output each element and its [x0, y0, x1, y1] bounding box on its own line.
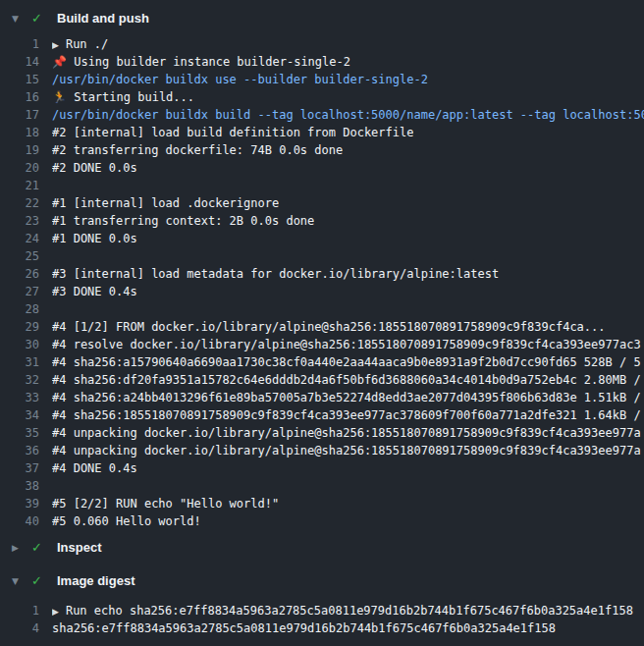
log-text-value: #3 DONE 0.4s: [52, 283, 137, 300]
log-text: ▶Run echo sha256:e7ff8834a5963a2785c5a08…: [52, 602, 633, 619]
log-text-value: #4 resolve docker.io/library/alpine@sha2…: [52, 336, 641, 353]
log-line: 23 #1 transferring context: 2B 0.0s done: [0, 212, 644, 230]
line-number[interactable]: 22: [0, 194, 39, 212]
log-line: 26 #3 [internal] load metadata for docke…: [0, 265, 644, 283]
line-number[interactable]: 18: [0, 124, 39, 141]
success-check-icon: ✓: [31, 539, 47, 557]
log-line: 19 #2 transferring dockerfile: 74B 0.0s …: [0, 141, 644, 159]
line-number[interactable]: 17: [0, 106, 39, 124]
log-text-value: #4 sha256:a24bb4013296f61e89ba57005a7b3e…: [52, 389, 641, 406]
line-number[interactable]: 36: [0, 442, 39, 459]
log-command-text: /usr/bin/docker buildx build --tag local…: [52, 106, 644, 124]
line-number[interactable]: 16: [0, 88, 39, 106]
log-line: 32 #4 sha256:df20fa9351a15782c64e6dddb2d…: [0, 371, 644, 389]
log-line: 31 #4 sha256:a15790640a6690aa1730c38cf0a…: [0, 353, 644, 371]
line-number[interactable]: 4: [0, 619, 39, 637]
log-text-value: #4 [1/2] FROM docker.io/library/alpine@s…: [52, 318, 606, 336]
line-number[interactable]: 28: [0, 300, 39, 318]
log-line: 29 #4 [1/2] FROM docker.io/library/alpin…: [0, 318, 644, 336]
line-number[interactable]: 31: [0, 353, 39, 371]
log-text-value: #2 [internal] load build definition from…: [52, 124, 413, 141]
actions-log-viewer: ▼ ✓ Build and push 1 ▶Run ./ 14 📌 Using …: [0, 0, 644, 646]
log-line: 37 #4 DONE 0.4s: [0, 459, 644, 477]
line-number[interactable]: 34: [0, 406, 39, 424]
log-lines-build-and-push: 1 ▶Run ./ 14 📌 Using builder instance bu…: [0, 35, 644, 530]
line-number[interactable]: 38: [0, 477, 39, 495]
log-text-value: 🏃 Starting build...: [52, 88, 194, 106]
log-text-value: #1 DONE 0.0s: [52, 230, 137, 247]
log-text-value: #1 transferring context: 2B 0.0s done: [52, 212, 314, 230]
line-number[interactable]: 1: [0, 602, 39, 619]
line-number[interactable]: 19: [0, 141, 39, 159]
log-line: 16 🏃 Starting build...: [0, 88, 644, 106]
line-number[interactable]: 33: [0, 389, 39, 406]
line-number[interactable]: 24: [0, 230, 39, 247]
log-line: 40 #5 0.060 Hello world!: [0, 512, 644, 530]
log-line: 38: [0, 477, 644, 495]
log-text-value: #4 unpacking docker.io/library/alpine@sh…: [52, 442, 641, 459]
log-line: 33 #4 sha256:a24bb4013296f61e89ba57005a7…: [0, 389, 644, 406]
line-number[interactable]: 15: [0, 71, 39, 88]
success-check-icon: ✓: [31, 572, 47, 590]
log-line: 22 #1 [internal] load .dockerignore: [0, 194, 644, 212]
log-text-value: #2 DONE 0.0s: [52, 159, 137, 177]
log-line: 27 #3 DONE 0.4s: [0, 283, 644, 300]
section-title: Build and push: [57, 10, 149, 27]
log-text-value: #5 [2/2] RUN echo "Hello world!": [52, 495, 279, 512]
log-command-text: /usr/bin/docker buildx use --builder bui…: [52, 71, 428, 88]
log-line: 34 #4 sha256:185518070891758909c9f839cf4…: [0, 406, 644, 424]
log-text-value: #4 sha256:a15790640a6690aa1730c38cf0a440…: [52, 353, 641, 371]
section-header-build-and-push[interactable]: ▼ ✓ Build and push: [0, 0, 644, 35]
line-number[interactable]: 20: [0, 159, 39, 177]
log-line: 1 ▶Run echo sha256:e7ff8834a5963a2785c5a…: [0, 602, 644, 619]
log-text-value: sha256:e7ff8834a5963a2785c5a0811e979d16b…: [52, 619, 556, 637]
line-number[interactable]: 26: [0, 265, 39, 283]
log-text-value: #2 transferring dockerfile: 74B 0.0s don…: [52, 141, 343, 159]
line-number[interactable]: 30: [0, 336, 39, 353]
success-check-icon: ✓: [31, 10, 47, 27]
log-line: 4 sha256:e7ff8834a5963a2785c5a0811e979d1…: [0, 619, 644, 637]
log-line: 17 /usr/bin/docker buildx build --tag lo…: [0, 106, 644, 124]
line-number[interactable]: 25: [0, 247, 39, 265]
log-line: 15 /usr/bin/docker buildx use --builder …: [0, 71, 644, 88]
line-number[interactable]: 29: [0, 318, 39, 336]
log-lines-image-digest: 1 ▶Run echo sha256:e7ff8834a5963a2785c5a…: [0, 602, 644, 637]
line-number[interactable]: 21: [0, 177, 39, 194]
line-number[interactable]: 39: [0, 495, 39, 512]
line-number[interactable]: 35: [0, 424, 39, 442]
section-title: Image digest: [57, 572, 134, 590]
line-number[interactable]: 1: [0, 35, 39, 53]
log-line: 25: [0, 247, 644, 265]
log-line: 21: [0, 177, 644, 194]
section-header-image-digest[interactable]: ▼ ✓ Image digest: [0, 563, 644, 596]
line-number[interactable]: 40: [0, 512, 39, 530]
line-number[interactable]: 32: [0, 371, 39, 389]
log-line: 18 #2 [internal] load build definition f…: [0, 124, 644, 141]
log-line: 39 #5 [2/2] RUN echo "Hello world!": [0, 495, 644, 512]
log-text: ▶Run ./: [52, 35, 108, 53]
log-line: 24 #1 DONE 0.0s: [0, 230, 644, 247]
log-text-value: 📌 Using builder instance builder-single-…: [52, 53, 350, 71]
log-text-value: #1 [internal] load .dockerignore: [52, 194, 279, 212]
log-line: 35 #4 unpacking docker.io/library/alpine…: [0, 424, 644, 442]
log-line: 20 #2 DONE 0.0s: [0, 159, 644, 177]
run-expand-icon[interactable]: ▶: [52, 603, 59, 619]
log-text-value: Run ./: [66, 37, 108, 51]
log-text-value: #4 sha256:df20fa9351a15782c64e6dddb2d4a6…: [52, 371, 641, 389]
log-line: 30 #4 resolve docker.io/library/alpine@s…: [0, 336, 644, 353]
log-text-value: #4 sha256:185518070891758909c9f839cf4ca3…: [52, 406, 641, 424]
log-text-value: #5 0.060 Hello world!: [52, 512, 201, 530]
chevron-down-icon[interactable]: ▼: [12, 10, 26, 27]
log-line: 1 ▶Run ./: [0, 35, 644, 53]
log-text-value: #4 unpacking docker.io/library/alpine@sh…: [52, 424, 641, 442]
line-number[interactable]: 27: [0, 283, 39, 300]
line-number[interactable]: 37: [0, 459, 39, 477]
chevron-down-icon[interactable]: ▼: [12, 572, 26, 590]
log-text-value: #3 [internal] load metadata for docker.i…: [52, 265, 499, 283]
chevron-right-icon[interactable]: ▶: [12, 539, 26, 557]
run-expand-icon[interactable]: ▶: [52, 36, 59, 53]
log-line: 28: [0, 300, 644, 318]
line-number[interactable]: 23: [0, 212, 39, 230]
line-number[interactable]: 14: [0, 53, 39, 71]
section-header-inspect[interactable]: ▶ ✓ Inspect: [0, 530, 644, 563]
